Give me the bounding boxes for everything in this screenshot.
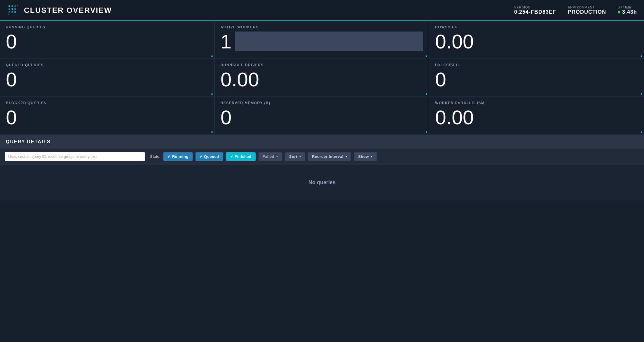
failed-label: Failed (263, 154, 275, 159)
stat-worker-parallelism-label: WORKER PARALLELISM (435, 101, 638, 105)
header-meta-area: VERSION 0.254-FBD83EF ENVIRONMENT PRODUC… (514, 6, 637, 15)
stat-active-workers-label: ACTIVE WORKERS (221, 25, 423, 29)
uptime-label: UPTIME (618, 6, 637, 9)
stat-queued-queries-value: 0 (6, 69, 209, 89)
sort-button[interactable]: Sort ▾ (285, 152, 305, 161)
stat-worker-parallelism-value: 0.00 (435, 107, 638, 127)
finished-label: Finished (235, 154, 251, 159)
query-filters-bar: State: ✔ Running ✔ Queued ✔ Finished Fai… (0, 149, 644, 165)
stat-running-queries: RUNNING QUERIES 0 (0, 21, 215, 59)
reorder-label: Reorder Interval (312, 154, 343, 159)
svg-point-4 (11, 8, 13, 10)
logo-icon (7, 4, 20, 17)
worker-bar (235, 32, 423, 51)
no-queries-area: No queries (0, 165, 644, 200)
running-label: Running (172, 154, 189, 159)
uptime-value: 3.43h (618, 9, 637, 15)
finished-checkmark: ✔ (230, 155, 233, 159)
version-value: 0.254-FBD83EF (514, 9, 556, 15)
running-filter-button[interactable]: ✔ Running (163, 152, 193, 161)
stat-rows-sec-label: ROWS/SEC (435, 25, 638, 29)
sort-label: Sort (289, 154, 297, 159)
svg-point-2 (14, 5, 16, 7)
reorder-interval-button[interactable]: Reorder Interval ▾ (308, 152, 351, 161)
version-label: VERSION (514, 6, 556, 9)
show-dropdown-arrow: ▾ (371, 155, 373, 158)
query-details-title: QUERY DETAILS (6, 139, 51, 144)
svg-point-10 (8, 14, 10, 15)
stat-runnable-drivers-value: 0.00 (221, 69, 423, 89)
stat-bytes-sec: BYTES/SEC 0 (429, 59, 644, 97)
show-button[interactable]: Show ▾ (354, 152, 376, 161)
environment-label: ENVIRONMENT (568, 6, 606, 9)
environment-value: PRODUCTION (568, 9, 606, 15)
finished-filter-button[interactable]: ✔ Finished (226, 152, 256, 161)
query-details-section: QUERY DETAILS State: ✔ Running ✔ Queued … (0, 135, 644, 200)
stat-blocked-queries: BLOCKED QUERIES 0 (0, 97, 215, 135)
logo-area: CLUSTER OVERVIEW (7, 4, 514, 17)
reorder-dropdown-arrow: ▾ (345, 155, 347, 158)
search-input[interactable] (5, 152, 145, 161)
queued-checkmark: ✔ (200, 155, 203, 159)
stat-bytes-sec-value: 0 (435, 69, 638, 89)
stat-runnable-drivers: RUNNABLE DRIVERS 0.00 (215, 59, 430, 97)
stat-queued-queries-label: QUEUED QUERIES (6, 63, 209, 67)
queued-label: Queued (204, 154, 219, 159)
sort-dropdown-arrow: ▾ (299, 155, 301, 158)
stat-reserved-memory-value: 0 (221, 107, 423, 127)
no-queries-text: No queries (308, 179, 336, 186)
svg-point-3 (8, 8, 10, 10)
stat-running-queries-label: RUNNING QUERIES (6, 25, 209, 29)
svg-point-1 (11, 5, 13, 7)
stat-blocked-queries-label: BLOCKED QUERIES (6, 101, 209, 105)
svg-point-7 (11, 11, 13, 13)
stat-active-workers: ACTIVE WORKERS 1 (215, 21, 430, 59)
uptime-text: 3.43h (622, 9, 637, 15)
queued-filter-button[interactable]: ✔ Queued (196, 152, 223, 161)
uptime-meta: UPTIME 3.43h (618, 6, 637, 15)
stat-reserved-memory-label: RESERVED MEMORY (B) (221, 101, 423, 105)
app-header: CLUSTER OVERVIEW VERSION 0.254-FBD83EF E… (0, 0, 644, 21)
svg-point-0 (8, 5, 10, 7)
failed-dropdown-arrow: ▾ (276, 155, 278, 158)
stat-reserved-memory: RESERVED MEMORY (B) 0 (215, 97, 430, 135)
running-checkmark: ✔ (167, 155, 171, 159)
stat-queued-queries: QUEUED QUERIES 0 (0, 59, 215, 97)
page-title: CLUSTER OVERVIEW (24, 6, 112, 15)
stat-runnable-drivers-label: RUNNABLE DRIVERS (221, 63, 423, 67)
show-label: Show (358, 154, 369, 159)
environment-meta: ENVIRONMENT PRODUCTION (568, 6, 606, 15)
version-meta: VERSION 0.254-FBD83EF (514, 6, 556, 15)
stat-worker-parallelism: WORKER PARALLELISM 0.00 (429, 97, 644, 135)
query-details-header: QUERY DETAILS (0, 135, 644, 149)
stat-blocked-queries-value: 0 (6, 107, 209, 127)
failed-filter-button[interactable]: Failed ▾ (259, 152, 282, 161)
svg-point-6 (8, 11, 10, 13)
state-label: State: (150, 154, 160, 159)
uptime-indicator (618, 11, 620, 13)
svg-point-5 (14, 8, 16, 10)
active-workers-container: 1 (221, 32, 423, 51)
stat-running-queries-value: 0 (6, 32, 209, 51)
stat-rows-sec-value: 0.00 (435, 32, 638, 51)
stat-active-workers-value: 1 (221, 32, 232, 51)
stat-rows-sec: ROWS/SEC 0.00 (429, 21, 644, 59)
stat-bytes-sec-label: BYTES/SEC (435, 63, 638, 67)
svg-point-9 (17, 5, 18, 6)
svg-point-8 (14, 11, 16, 13)
stats-grid: RUNNING QUERIES 0 ACTIVE WORKERS 1 ROWS/… (0, 21, 644, 135)
